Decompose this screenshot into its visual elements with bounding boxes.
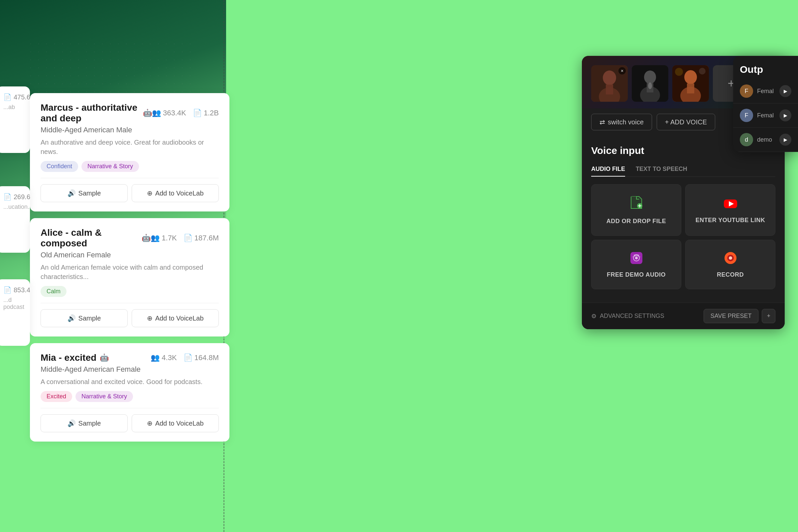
add-voicelab-button-marcus[interactable]: ⊕ Add to VoiceLab xyxy=(132,184,219,202)
voice-card-alice: Alice - calm & composed 🤖 👥 1.7K 📄 187.6… xyxy=(30,218,229,337)
file-icon-alice: 📄 187.6M xyxy=(184,234,219,242)
tag-calm: Calm xyxy=(41,286,66,297)
svg-point-24 xyxy=(729,256,732,260)
voice-tags-mia: Excited Narrative & Story xyxy=(41,391,219,402)
output-item-3: d demo ▶ xyxy=(733,128,798,152)
partial-text-1: ...ab xyxy=(3,104,23,111)
file-icon-p2: 📄 xyxy=(3,193,12,201)
switch-icon: ⇄ xyxy=(600,118,605,126)
record-option[interactable]: RECORD xyxy=(685,240,775,289)
partial-card-1: 📄 475.6M ...ab xyxy=(0,87,30,153)
voice-meta-mia: 👥 4.3K 📄 164.8M xyxy=(151,354,219,362)
robot-icon-mia: 🤖 xyxy=(100,354,109,362)
output-item-1: F Femal ▶ xyxy=(733,79,798,103)
voice-actions-mia: 🔊 Sample ⊕ Add to VoiceLab xyxy=(41,408,219,432)
voice-input-section: Voice input AUDIO FILE TEXT TO SPEECH xyxy=(582,137,785,303)
demo-audio-option[interactable]: FREE DEMO AUDIO xyxy=(591,240,681,289)
speaker-icon-alice: 🔊 xyxy=(68,314,76,322)
plus-icon-marcus: ⊕ xyxy=(147,189,153,197)
youtube-label: ENTER YOUTUBE LINK xyxy=(696,217,765,224)
switch-voice-button[interactable]: ⇄ switch voice xyxy=(591,114,652,130)
add-voicelab-button-alice[interactable]: ⊕ Add to VoiceLab xyxy=(132,309,219,327)
svg-rect-12 xyxy=(687,83,694,93)
tag-confident: Confident xyxy=(41,161,78,172)
voice-thumb-1[interactable]: × xyxy=(591,65,628,102)
play-button-1[interactable]: ▶ xyxy=(779,85,791,97)
tag-narrative-marcus: Narrative & Story xyxy=(81,161,139,172)
svg-point-10 xyxy=(684,70,697,84)
partial-text-2: ...ucation... xyxy=(3,204,23,210)
tag-narrative-mia: Narrative & Story xyxy=(75,391,133,402)
output-title: Outp xyxy=(733,56,798,79)
record-label: RECORD xyxy=(717,271,744,278)
voice-actions-alice: 🔊 Sample ⊕ Add to VoiceLab xyxy=(41,303,219,327)
svg-point-1 xyxy=(603,71,616,85)
youtube-icon xyxy=(723,196,738,212)
save-preset-plus-button[interactable]: + xyxy=(762,309,775,323)
svg-point-5 xyxy=(644,71,656,84)
output-name-2: Femal xyxy=(757,112,779,119)
add-drop-file-option[interactable]: ADD OR DROP FILE xyxy=(591,184,681,236)
sample-button-alice[interactable]: 🔊 Sample xyxy=(41,309,128,327)
add-file-label: ADD OR DROP FILE xyxy=(607,218,666,225)
svg-point-14 xyxy=(699,68,706,75)
advanced-settings-button[interactable]: ⚙ ADVANCED SETTINGS xyxy=(591,312,664,320)
svg-rect-3 xyxy=(606,84,613,94)
svg-point-8 xyxy=(648,82,652,89)
voice-subtitle-marcus: Middle-Aged American Male xyxy=(41,126,219,134)
voice-name-marcus: Marcus - authoritative and deep 🤖 xyxy=(41,102,152,124)
users-icon-alice: 👥 1.7K xyxy=(151,234,176,242)
input-options-grid: ADD OR DROP FILE ENTER YOUTUBE LINK xyxy=(591,184,775,289)
plus-icon-alice: ⊕ xyxy=(147,314,153,322)
voice-meta-alice: 👥 1.7K 📄 187.6M xyxy=(151,234,219,242)
close-icon-thumb-1[interactable]: × xyxy=(619,67,626,75)
tab-text-to-speech[interactable]: TEXT TO SPEECH xyxy=(636,162,687,176)
file-icon-partial: 📄 xyxy=(3,93,12,101)
output-avatar-2: F xyxy=(740,109,753,122)
person-2-svg xyxy=(632,65,668,102)
youtube-link-option[interactable]: ENTER YOUTUBE LINK xyxy=(685,184,775,236)
partial-stat-2: 📄 269.6M xyxy=(3,193,23,201)
voice-desc-alice: An old American female voice with calm a… xyxy=(41,263,219,281)
play-button-3[interactable]: ▶ xyxy=(779,134,791,146)
voice-card-mia: Mia - excited 🤖 👥 4.3K 📄 164.8M Middle-A… xyxy=(30,343,229,441)
voice-thumb-2[interactable] xyxy=(632,65,668,102)
sample-button-mia[interactable]: 🔊 Sample xyxy=(41,414,128,432)
add-voice-button[interactable]: + ADD VOICE xyxy=(657,114,715,130)
output-panel: Outp F Femal ▶ F Femal ▶ d demo ▶ xyxy=(733,56,798,152)
advanced-settings-bar: ⚙ ADVANCED SETTINGS SAVE PRESET + xyxy=(582,303,785,329)
partial-card-3: 📄 853.4M ...d podcast xyxy=(0,279,30,346)
file-upload-icon xyxy=(629,195,644,213)
voice-name-alice: Alice - calm & composed 🤖 xyxy=(41,227,151,249)
output-avatar-3: d xyxy=(740,133,753,146)
voice-subtitle-mia: Middle-Aged American Female xyxy=(41,365,219,374)
save-preset-button[interactable]: SAVE PRESET xyxy=(704,309,759,323)
voice-thumb-3[interactable] xyxy=(672,65,709,102)
file-icon: 📄 1.2B xyxy=(193,109,219,117)
demo-audio-label: FREE DEMO AUDIO xyxy=(607,271,666,278)
demo-audio-icon xyxy=(629,251,644,267)
partial-stat-3: 📄 853.4M xyxy=(3,286,23,294)
voice-desc-mia: A conversational and excited voice. Good… xyxy=(41,377,219,386)
partial-stat-1: 📄 475.6M xyxy=(3,93,23,101)
speaker-icon-mia: 🔊 xyxy=(68,419,76,427)
add-voicelab-button-mia[interactable]: ⊕ Add to VoiceLab xyxy=(132,414,219,432)
users-icon-mia: 👥 4.3K xyxy=(151,354,176,362)
voice-meta-marcus: 👥 363.4K 📄 1.2B xyxy=(152,109,219,117)
file-icon-p3: 📄 xyxy=(3,286,12,294)
partial-text-3: ...d podcast xyxy=(3,297,23,310)
partial-card-2: 📄 269.6M ...ucation... xyxy=(0,186,30,253)
file-icon-mia: 📄 164.8M xyxy=(184,354,219,362)
svg-point-21 xyxy=(635,257,638,259)
tab-audio-file[interactable]: AUDIO FILE xyxy=(591,162,625,176)
sample-button-marcus[interactable]: 🔊 Sample xyxy=(41,184,128,202)
speaker-icon-marcus: 🔊 xyxy=(68,189,76,197)
voice-tags-marcus: Confident Narrative & Story xyxy=(41,161,219,172)
output-item-2: F Femal ▶ xyxy=(733,103,798,128)
person-3-svg xyxy=(672,65,709,102)
voice-list-panel: 📄 475.6M ...ab Marcus - authoritative an… xyxy=(30,93,229,448)
plus-icon-mia: ⊕ xyxy=(147,419,153,427)
tag-excited: Excited xyxy=(41,391,72,402)
voice-actions-marcus: 🔊 Sample ⊕ Add to VoiceLab xyxy=(41,178,219,202)
play-button-2[interactable]: ▶ xyxy=(779,109,791,121)
